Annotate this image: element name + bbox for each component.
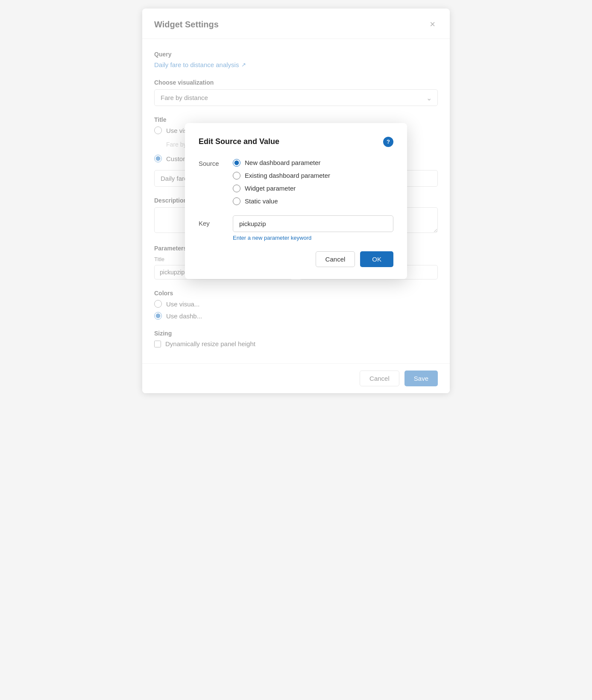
source-option-existing-dashboard[interactable]: Existing dashboard parameter (233, 172, 330, 179)
modal-key-input[interactable] (233, 215, 393, 232)
modal-key-label: Key (199, 215, 223, 227)
source-option-new-dashboard[interactable]: New dashboard parameter (233, 159, 330, 167)
modal-overlay: Edit Source and Value ? Source New dashb… (142, 9, 450, 393)
widget-settings-panel: Widget Settings × Query Daily fare to di… (142, 9, 450, 393)
modal-key-input-wrap: Enter a new parameter keyword (233, 215, 393, 241)
modal-source-row: Source New dashboard parameter Existing … (199, 159, 393, 205)
modal-header: Edit Source and Value ? (199, 137, 393, 147)
modal-key-row: Key Enter a new parameter keyword (199, 215, 393, 241)
modal-key-hint: Enter a new parameter keyword (233, 235, 393, 241)
modal-source-label: Source (199, 159, 223, 167)
source-radio-widget-parameter[interactable] (233, 185, 240, 192)
modal-title: Edit Source and Value (199, 137, 279, 146)
source-label-new-dashboard: New dashboard parameter (245, 159, 321, 166)
help-icon[interactable]: ? (383, 137, 393, 147)
modal-dialog: Edit Source and Value ? Source New dashb… (185, 123, 407, 279)
source-label-widget-parameter: Widget parameter (245, 185, 296, 192)
source-label-static-value: Static value (245, 197, 278, 205)
modal-footer: Cancel OK (199, 251, 393, 267)
modal-cancel-button[interactable]: Cancel (316, 251, 355, 267)
source-option-static-value[interactable]: Static value (233, 197, 330, 205)
source-radio-new-dashboard[interactable] (233, 159, 240, 167)
modal-source-radio-group: New dashboard parameter Existing dashboa… (233, 159, 330, 205)
source-label-existing-dashboard: Existing dashboard parameter (245, 172, 330, 179)
modal-ok-button[interactable]: OK (360, 251, 393, 267)
source-radio-existing-dashboard[interactable] (233, 172, 240, 179)
source-radio-static-value[interactable] (233, 197, 240, 205)
source-option-widget-parameter[interactable]: Widget parameter (233, 185, 330, 192)
